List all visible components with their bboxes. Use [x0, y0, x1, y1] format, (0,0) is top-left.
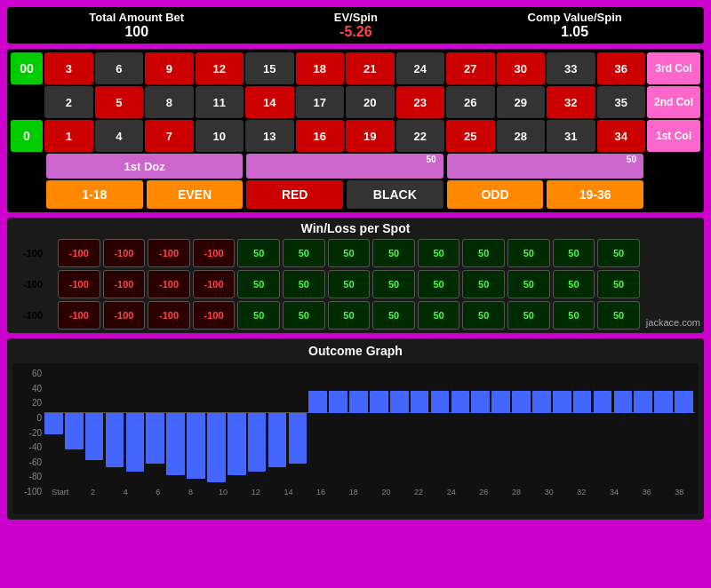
double-zero-cell[interactable]: 00 [11, 52, 43, 84]
dozen-2nd[interactable]: 50 [246, 154, 443, 179]
bet-19-36[interactable]: 19-36 [547, 180, 643, 209]
num-cell-11[interactable]: 11 [196, 86, 244, 118]
bet-red[interactable]: RED [246, 180, 343, 209]
wl-left-1: -100 [11, 270, 55, 298]
x-label: 36 [631, 488, 663, 497]
num-cell-12[interactable]: 12 [196, 52, 244, 84]
num-cell-36[interactable]: 36 [597, 52, 646, 84]
bar-23 [512, 391, 531, 413]
num-cell-10[interactable]: 10 [196, 120, 244, 152]
num-cell-5[interactable]: 5 [95, 86, 144, 118]
comp-value-label: Comp Value/Spin [528, 11, 622, 24]
wl-cell-r1-c11: 50 [553, 270, 595, 298]
col-label-1st[interactable]: 1st Col [647, 120, 700, 152]
wl-left-2: -100 [11, 301, 55, 330]
wl-cell-r1-c7: 50 [372, 270, 415, 298]
num-cell-19[interactable]: 19 [346, 120, 395, 152]
num-cell-35[interactable]: 35 [597, 86, 646, 118]
num-cell-34[interactable]: 34 [597, 120, 646, 152]
wl-cell-r0-c11: 50 [553, 239, 595, 267]
wl-cell-r2-c12: 50 [597, 301, 640, 330]
num-cell-16[interactable]: 16 [296, 120, 345, 152]
wl-cell-r0-c3: -100 [193, 239, 236, 267]
bar-25 [553, 391, 571, 413]
winloss-grid-container: -100 -100 -100 -100-100-100-100505050505… [11, 239, 700, 330]
bar-31 [675, 391, 693, 413]
wl-cell-r0-c1: -100 [103, 239, 146, 267]
num-cell-27[interactable]: 27 [446, 52, 495, 84]
num-cell-24[interactable]: 24 [396, 52, 445, 84]
num-cell-6[interactable]: 6 [95, 52, 144, 84]
wl-cell-r2-c1: -100 [103, 301, 146, 330]
bet-black[interactable]: BLACK [347, 180, 443, 209]
num-cell-2[interactable]: 2 [44, 86, 93, 118]
wl-cell-r1-c9: 50 [462, 270, 505, 298]
num-cell-4[interactable]: 4 [95, 120, 144, 152]
num-cell-18[interactable]: 18 [296, 52, 345, 84]
main-container: Total Amount Bet 100 EV/Spin -5.26 Comp … [0, 0, 711, 527]
bar-16 [370, 391, 388, 413]
bar-19 [431, 391, 450, 413]
x-label: 6 [142, 488, 174, 497]
wl-cell-r1-c1: -100 [103, 270, 146, 298]
num-cell-15[interactable]: 15 [245, 52, 294, 84]
bar-8 [207, 413, 226, 482]
num-cell-33[interactable]: 33 [547, 52, 595, 84]
wl-cell-r1-c8: 50 [418, 270, 460, 298]
dozen-1st[interactable]: 1st Doz [46, 154, 243, 179]
num-cell-20[interactable]: 20 [346, 86, 395, 118]
num-cell-23[interactable]: 23 [396, 86, 445, 118]
jackace-label: jackace.com [643, 239, 700, 330]
stats-row: Total Amount Bet 100 EV/Spin -5.26 Comp … [7, 7, 704, 44]
bar-4 [126, 413, 145, 472]
winloss-section: Win/Loss per Spot -100 -100 -100 -100-10… [7, 218, 704, 333]
graph-section: Outcome Graph 6040200-20-40-60-80-100 St… [7, 338, 704, 520]
bar-30 [654, 391, 673, 413]
col-label-2nd[interactable]: 2nd Col [647, 86, 700, 118]
y-label: -80 [16, 472, 44, 481]
zero-cell[interactable]: 0 [11, 120, 43, 152]
num-cell-31[interactable]: 31 [547, 120, 595, 152]
zero-column: 00 0 [11, 52, 43, 152]
dozen-3rd[interactable]: 50 [447, 154, 643, 179]
y-label: -60 [16, 457, 44, 467]
bet-1-18[interactable]: 1-18 [46, 180, 143, 209]
bar-24 [532, 391, 551, 413]
y-label: 60 [16, 369, 44, 378]
num-cell-13[interactable]: 13 [245, 120, 294, 152]
num-cell-26[interactable]: 26 [446, 86, 495, 118]
wl-cell-r1-c3: -100 [193, 270, 236, 298]
num-cell-21[interactable]: 21 [346, 52, 395, 84]
y-label: -100 [16, 487, 44, 497]
wl-cell-r2-c3: -100 [193, 301, 236, 330]
wl-cell-r2-c7: 50 [372, 301, 415, 330]
num-cell-30[interactable]: 30 [497, 52, 546, 84]
y-axis: 6040200-20-40-60-80-100 [16, 369, 44, 497]
winloss-title: Win/Loss per Spot [11, 221, 700, 235]
num-cell-17[interactable]: 17 [296, 86, 345, 118]
x-labels: Start2468101214161820222426283032343638 [44, 488, 695, 497]
wl-cell-r1-c5: 50 [283, 270, 325, 298]
num-cell-9[interactable]: 9 [145, 52, 194, 84]
num-cell-28[interactable]: 28 [497, 120, 546, 152]
num-cell-3[interactable]: 3 [44, 52, 93, 84]
y-label: 40 [16, 384, 44, 393]
ev-spin-label: EV/Spin [334, 11, 378, 24]
num-cell-29[interactable]: 29 [497, 86, 546, 118]
num-cell-8[interactable]: 8 [145, 86, 194, 118]
x-label: 16 [305, 488, 337, 497]
ev-spin-value: -5.26 [334, 24, 378, 40]
wl-cell-r2-c4: 50 [237, 301, 280, 330]
num-cell-14[interactable]: 14 [245, 86, 294, 118]
num-cell-7[interactable]: 7 [145, 120, 194, 152]
num-cell-22[interactable]: 22 [396, 120, 445, 152]
col-label-3rd[interactable]: 3rd Col [647, 52, 700, 84]
board-inner: 00 0 36912151821242730333625811141720232… [11, 52, 700, 152]
num-cell-1[interactable]: 1 [44, 120, 93, 152]
wl-cell-r2-c2: -100 [148, 301, 190, 330]
bet-odd[interactable]: ODD [447, 180, 544, 209]
num-cell-25[interactable]: 25 [446, 120, 495, 152]
bet-even[interactable]: EVEN [147, 180, 244, 209]
num-cell-32[interactable]: 32 [547, 86, 595, 118]
y-label: 20 [16, 398, 44, 408]
